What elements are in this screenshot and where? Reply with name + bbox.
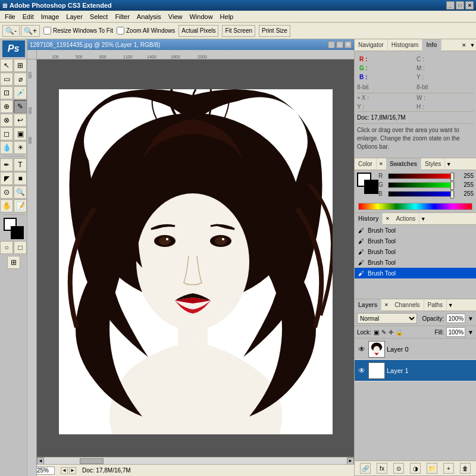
background-color[interactable] (11, 226, 24, 239)
layer-item-0[interactable]: 👁 Layer 0 (355, 339, 476, 360)
color-spectrum[interactable] (358, 203, 472, 210)
menu-file[interactable]: File (1, 12, 19, 21)
type-tool[interactable]: T (14, 158, 27, 171)
menu-help[interactable]: Help (217, 12, 237, 21)
zoom-in-button[interactable]: 🔍+ (21, 25, 40, 37)
menu-image[interactable]: Image (37, 12, 63, 21)
tab-channels[interactable]: Channels (391, 299, 424, 311)
note-tool[interactable]: 📝 (14, 199, 27, 212)
history-tab-close[interactable]: ✕ (384, 215, 391, 223)
tab-paths[interactable]: Paths (424, 299, 447, 311)
shape-tool[interactable]: ■ (14, 172, 27, 185)
slider-g-track[interactable] (388, 182, 455, 188)
new-fill-button[interactable]: ◑ (410, 463, 421, 474)
new-group-button[interactable]: 📁 (427, 463, 437, 474)
fg-bg-color-swatch[interactable] (2, 218, 25, 239)
canvas-close[interactable]: ✕ (345, 41, 352, 48)
layer-item-1[interactable]: 👁 Layer 1 (355, 360, 476, 381)
menu-select[interactable]: Select (86, 12, 112, 21)
hand-tool[interactable]: ✋ (0, 199, 13, 212)
history-brush-tool[interactable]: ↩ (14, 114, 27, 127)
lock-position-icon[interactable]: ✛ (389, 329, 393, 336)
slider-b-track[interactable] (388, 191, 455, 197)
new-layer-button[interactable]: + (443, 463, 454, 474)
menu-filter[interactable]: Filter (111, 12, 133, 21)
layers-panel-menu[interactable]: ▼ (447, 302, 454, 309)
bg-color-swatch[interactable] (364, 180, 378, 194)
history-item-3[interactable]: 🖌 Brush Tool (355, 246, 476, 257)
link-layers-button[interactable]: 🔗 (360, 463, 371, 474)
brush-tool[interactable]: ✎ (14, 100, 27, 113)
layer-1-visibility[interactable]: 👁 (357, 366, 367, 375)
slider-r-thumb[interactable] (450, 173, 454, 181)
artboard-tool[interactable]: ⊞ (14, 59, 27, 72)
menu-analysis[interactable]: Analysis (133, 12, 165, 21)
blur-tool[interactable]: 💧 (0, 141, 13, 154)
zoom-out-button[interactable]: 🔍- (2, 25, 20, 37)
dodge-tool[interactable]: ☀ (14, 141, 27, 154)
tab-navigator[interactable]: Navigator (355, 39, 388, 51)
quick-mask-mode[interactable]: ○ (0, 241, 13, 254)
history-panel-menu[interactable]: ▼ (419, 215, 427, 223)
lock-image-icon[interactable]: ✎ (381, 329, 386, 336)
menu-view[interactable]: View (165, 12, 186, 21)
pen-tool[interactable]: ✒ (0, 158, 13, 171)
scroll-right-button[interactable]: ► (347, 458, 354, 465)
opacity-input[interactable] (446, 314, 465, 323)
lock-all-icon[interactable]: 🔒 (396, 329, 403, 336)
eyedropper-tool[interactable]: 💉 (14, 86, 27, 99)
tab-actions[interactable]: Actions (392, 213, 419, 225)
canvas-body[interactable]: 100 500 800 1100 1400 1800 2000 100 500 … (27, 50, 354, 476)
tab-styles[interactable]: Styles (421, 158, 445, 170)
tab-histogram[interactable]: Histogram (388, 39, 423, 51)
actual-pixels-button[interactable]: Actual Pixels (178, 25, 218, 37)
fill-arrow[interactable]: ▼ (468, 329, 474, 336)
fg-bg-color-panel[interactable] (357, 173, 378, 194)
delete-layer-button[interactable]: 🗑 (460, 463, 471, 474)
3d-rotate-tool[interactable]: ⊙ (0, 186, 13, 199)
nav-panel-close[interactable]: ✕ (461, 42, 468, 49)
tab-layers[interactable]: Layers (355, 299, 381, 311)
slider-r-track[interactable] (388, 173, 455, 179)
opacity-arrow[interactable]: ▼ (468, 315, 474, 322)
history-item-4[interactable]: 🖌 Brush Tool (355, 257, 476, 268)
path-selection-tool[interactable]: ◤ (0, 172, 13, 185)
canvas-content[interactable] (37, 60, 354, 464)
scroll-horizontal[interactable]: ◄ ► (37, 457, 354, 464)
gradient-tool[interactable]: ▣ (14, 127, 27, 140)
tab-swatches[interactable]: Swatches (386, 158, 421, 170)
slider-b-thumb[interactable] (450, 190, 454, 199)
fit-screen-button[interactable]: Fit Screen (222, 25, 255, 37)
scroll-track[interactable] (44, 458, 347, 464)
menu-layer[interactable]: Layer (62, 12, 86, 21)
fill-input[interactable] (446, 327, 465, 337)
tab-history[interactable]: History (355, 213, 383, 225)
maximize-button[interactable]: □ (456, 1, 464, 10)
add-mask-button[interactable]: ⊙ (393, 463, 404, 474)
zoom-all-checkbox[interactable]: Zoom All Windows (117, 27, 175, 35)
close-button[interactable]: ✕ (465, 1, 474, 10)
layer-effects-button[interactable]: fx (377, 463, 387, 474)
frame-fwd-button[interactable]: ► (69, 467, 76, 474)
tab-info[interactable]: Info (422, 39, 441, 51)
zoom-tool[interactable]: 🔍 (14, 186, 27, 199)
print-size-button[interactable]: Print Size (259, 25, 290, 37)
nav-panel-menu[interactable]: ▼ (469, 42, 476, 49)
move-tool[interactable]: ↖ (0, 59, 13, 72)
tab-color[interactable]: Color (355, 158, 377, 170)
history-item-5[interactable]: 🖌 Brush Tool (355, 268, 476, 278)
eraser-tool[interactable]: ◻ (0, 127, 13, 140)
frame-back-button[interactable]: ◄ (61, 467, 68, 474)
marquee-tool[interactable]: ▭ (0, 73, 13, 86)
layer-0-visibility[interactable]: 👁 (357, 345, 367, 354)
color-panel-menu[interactable]: ▼ (445, 161, 452, 168)
menu-window[interactable]: Window (186, 12, 216, 21)
menu-edit[interactable]: Edit (19, 12, 37, 21)
minimize-button[interactable]: _ (446, 1, 455, 10)
lock-transparent-icon[interactable]: ▣ (374, 329, 379, 336)
resize-windows-checkbox[interactable]: Resize Windows To Fit (43, 27, 113, 35)
history-item-1[interactable]: 🖌 Brush Tool (355, 225, 476, 236)
clone-tool[interactable]: ⊗ (0, 114, 13, 127)
change-screen-mode[interactable]: ⊞ (7, 256, 20, 269)
scroll-thumb[interactable] (80, 458, 104, 464)
